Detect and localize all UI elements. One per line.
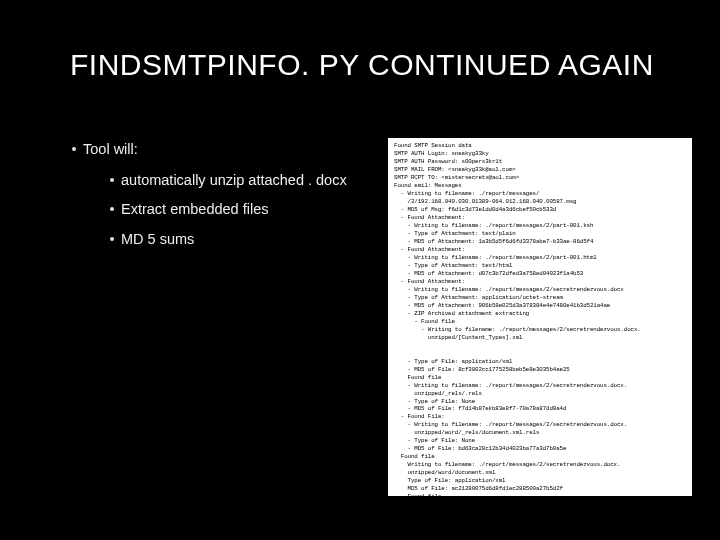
bullet-level-1: • automatically unzip attached . docx	[103, 169, 365, 192]
slide: FINDSMTPINFO. PY CONTINUED AGAIN • Tool …	[0, 0, 720, 540]
bullet-level-1: • Extract embedded files	[103, 198, 365, 221]
bullet-icon: •	[103, 228, 121, 251]
bullet-icon: •	[103, 198, 121, 221]
bullet-text: Extract embedded files	[121, 198, 269, 221]
bullet-text: MD 5 sums	[121, 228, 194, 251]
bullet-text: Tool will:	[83, 138, 138, 161]
bullet-level-0: • Tool will:	[65, 138, 365, 161]
bullet-list: • Tool will: • automatically unzip attac…	[65, 138, 365, 257]
bullet-icon: •	[65, 138, 83, 161]
bullet-text: automatically unzip attached . docx	[121, 169, 347, 192]
slide-title: FINDSMTPINFO. PY CONTINUED AGAIN	[70, 48, 654, 82]
terminal-screenshot: Found SMTP Session data SMTP AUTH Login:…	[388, 138, 692, 496]
bullet-level-1: • MD 5 sums	[103, 228, 365, 251]
bullet-icon: •	[103, 169, 121, 192]
